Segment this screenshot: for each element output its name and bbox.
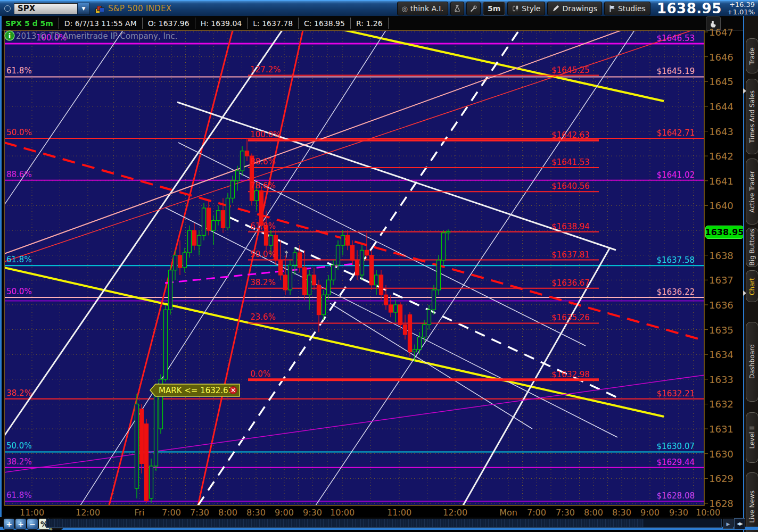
fib-pct-label: 50.0% <box>250 250 276 259</box>
candle-body <box>389 305 393 312</box>
time-tick-label: 9:30 <box>669 508 688 518</box>
sidebar-tab-live-news[interactable]: Live News <box>746 472 758 532</box>
time-tick-label: 9:00 <box>275 508 294 518</box>
price-tick-label: 1642 <box>709 151 734 162</box>
candle-body <box>432 290 436 310</box>
panel-collapse-arrow-icon[interactable] <box>743 290 746 296</box>
candle-body <box>336 245 340 265</box>
scrollbar-thumb[interactable] <box>46 519 644 527</box>
fib-pct-label: 61.8% <box>6 491 32 500</box>
sidebar-tab-big-buttons[interactable]: Big Buttons <box>746 228 758 267</box>
price-level-label: $1646.53 <box>656 34 695 43</box>
candle-body <box>403 325 407 335</box>
fib-pct-label: 50.0% <box>6 441 32 451</box>
price-level-label: $1640.56 <box>551 181 590 191</box>
sidebar-tab-label: Live News <box>748 491 756 523</box>
pan-button[interactable]: + <box>3 518 15 530</box>
sidebar-tab-chart[interactable]: Chart <box>746 270 758 302</box>
candle-body <box>236 171 240 181</box>
fib-pct-label: 0.0% <box>250 369 270 379</box>
candle-body <box>221 211 225 228</box>
price-level-label: $1641.53 <box>551 157 590 167</box>
candle-body <box>447 231 450 232</box>
price-tick-label: 1631 <box>709 423 734 435</box>
candle-body <box>380 275 383 295</box>
candle-body <box>394 305 398 312</box>
price-level-label: $1632.21 <box>656 389 695 398</box>
expand-chevron-icon[interactable]: « <box>47 527 54 531</box>
candle-body <box>303 268 307 295</box>
price-tick-label: 1646 <box>709 52 734 63</box>
candle-body <box>360 250 364 275</box>
price-level-label: $1637.81 <box>551 250 590 260</box>
sidebar-tab-dashboard[interactable]: Dashboard <box>746 322 758 402</box>
sidebar-tab-label: Trade <box>748 47 756 65</box>
time-tick-label: 10:00 <box>696 508 720 518</box>
time-tick-label: 8:30 <box>246 508 266 518</box>
candle-body <box>384 295 388 305</box>
fib-pct-label: 38.2% <box>250 278 276 287</box>
candle-body <box>150 466 153 498</box>
time-tick-label: 11:00 <box>20 508 44 518</box>
candle-body <box>437 260 441 290</box>
candle-body <box>169 270 172 310</box>
panel-collapse-arrow-icon[interactable] <box>743 88 746 94</box>
price-tick-label: 1638 <box>709 250 734 261</box>
sidebar-tab-trade[interactable]: Trade <box>746 38 758 73</box>
fib-pct-label: 88.6% <box>6 170 32 179</box>
price-level-label: $1638.94 <box>551 222 590 231</box>
candle-body <box>375 275 378 285</box>
candle-body <box>183 253 187 268</box>
price-level-label: $1637.58 <box>656 255 695 265</box>
sidebar-tab-level-ii[interactable]: Level II <box>746 412 758 463</box>
candle-body <box>293 253 297 265</box>
candle-body <box>442 233 446 260</box>
candle-body <box>245 151 249 156</box>
zoom-out-button[interactable]: − <box>27 518 38 530</box>
fib-pct-label: 50.0% <box>6 128 32 137</box>
time-tick-label: 7:30 <box>556 508 575 518</box>
price-tick-label: 1645 <box>709 76 734 87</box>
sidebar-tab-active-trader[interactable]: Active Trader <box>746 159 758 225</box>
fib-pct-label: 50.0% <box>6 287 32 296</box>
candle-body <box>231 181 235 198</box>
candle-body <box>135 404 139 488</box>
time-tick-label: Mon <box>499 508 517 518</box>
candle-body <box>154 394 158 466</box>
zoom-in-button[interactable]: + <box>15 518 27 530</box>
candle-body <box>174 255 177 270</box>
copyright-watermark: 2013 © TD Ameritrade IP Company, Inc. <box>16 31 177 41</box>
candle-body <box>284 275 287 290</box>
time-tick-label: Fri <box>134 508 144 518</box>
time-tick-label: 7:00 <box>162 508 181 518</box>
fib-pct-label: 100.0% <box>250 130 281 139</box>
candle-body <box>212 220 216 230</box>
fib-pct-label: 78.6% <box>250 181 276 190</box>
time-tick-label: 8:30 <box>612 508 631 518</box>
candle-body <box>193 230 196 245</box>
axis-splitter-button[interactable]: ◀▶ <box>734 518 745 529</box>
candle-body <box>341 235 345 245</box>
time-tick-label: 7:00 <box>527 508 546 518</box>
thinkorswim-app: SPX ▼ S&P 500 INDEX ◎ think A.I. <box>0 0 758 532</box>
chart-canvas[interactable]: 100.0%$1646.5361.8%$1645.1950.0%$1642.71… <box>0 0 758 532</box>
candle-body <box>370 255 374 285</box>
price-level-label: $1645.19 <box>656 66 695 76</box>
scroll-right-button[interactable]: ▶ <box>723 519 734 529</box>
price-tick-label: 1644 <box>709 101 734 112</box>
candle-body <box>418 337 422 350</box>
price-tick-label: 1632 <box>709 398 734 410</box>
time-tick-label: 7:30 <box>190 508 209 518</box>
candle-body <box>399 305 402 325</box>
time-tick-label: 9:30 <box>303 508 322 518</box>
sidebar-tab-times-and-sales[interactable]: Times And Sales <box>746 79 758 154</box>
price-tick-label: 1630 <box>709 448 734 460</box>
time-scrollbar[interactable] <box>46 519 722 528</box>
candle-body <box>332 265 335 280</box>
price-level-label: $1636.67 <box>551 278 590 288</box>
time-tick-label: 8:00 <box>218 508 237 518</box>
candle-body <box>346 235 350 245</box>
price-level-label: $1629.44 <box>656 458 695 467</box>
price-tick-label: 1643 <box>709 126 734 137</box>
sidebar-tab-label: Times And Sales <box>748 90 756 143</box>
